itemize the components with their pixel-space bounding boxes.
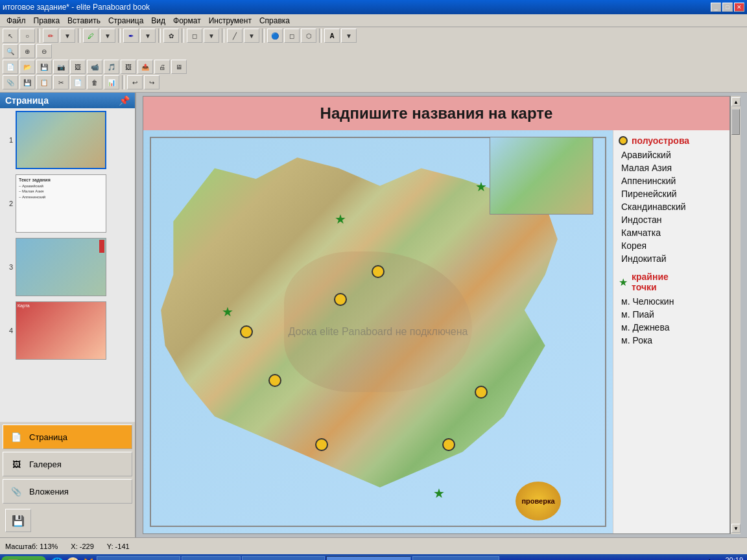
tool-zoom-minus[interactable]: ⊖	[36, 44, 52, 58]
item-kamchatka: Камчатка	[619, 226, 724, 239]
tool-zoom-in[interactable]: 🔍	[3, 44, 18, 58]
x-status: X: -229	[71, 542, 93, 550]
scroll-up-btn[interactable]: ▲	[731, 97, 741, 106]
tool-media[interactable]: 🖼	[70, 60, 86, 74]
scroll-thumb[interactable]	[731, 109, 740, 135]
tool-shape[interactable]: ✿	[163, 29, 179, 43]
sidebar-title: Страница	[5, 95, 49, 106]
tool-mic[interactable]: 🎵	[104, 60, 119, 74]
tool-pen[interactable]: ✏	[43, 29, 58, 43]
tray-icon-1[interactable]: 🌐	[50, 557, 64, 560]
tool-copy[interactable]: 📄	[70, 75, 86, 89]
slide-container: Надпишите названия на карте	[143, 96, 730, 534]
status-bar: Масштаб: 113% X: -229 Y: -141	[0, 537, 747, 554]
tool-r3[interactable]: 📋	[36, 75, 52, 89]
taskbar-item-0[interactable]: 🌍 география карти...	[97, 556, 181, 560]
nav-attachments-btn[interactable]: 📎 Вложения	[3, 479, 132, 504]
slide-body: Доска elite Panaboard не подключена ★	[143, 130, 729, 533]
tool-r4[interactable]: 📊	[104, 75, 119, 89]
tray-icon-3[interactable]: 🦊	[81, 557, 95, 560]
nav-gallery-btn[interactable]: 🖼 Галерея	[3, 452, 132, 476]
menu-edit[interactable]: Правка	[30, 16, 64, 26]
tool-line[interactable]: ╱	[227, 29, 243, 43]
nav-page-btn[interactable]: 📄 Страница	[3, 425, 132, 449]
main-area: Страница 📌 1 2 Текст задания – Аравийски…	[0, 93, 747, 537]
tool-geo[interactable]: ◻	[284, 29, 300, 43]
tool-text[interactable]: A	[324, 29, 340, 43]
attach-icon: 📎	[8, 484, 24, 499]
menu-help[interactable]: Справка	[255, 16, 294, 26]
tool-text-dropdown[interactable]: ▼	[341, 29, 357, 43]
tool-print[interactable]: 🖨	[154, 60, 170, 74]
tool-m-dropdown[interactable]: ▼	[140, 29, 156, 43]
menu-format[interactable]: Формат	[169, 16, 205, 26]
page-thumb-1[interactable]: 1	[3, 111, 132, 169]
tool-open[interactable]: 📂	[19, 60, 35, 74]
tool-stamp[interactable]: 🔵	[267, 29, 283, 43]
tool-pen-dropdown[interactable]: ▼	[60, 29, 75, 43]
taskbar-item-3[interactable]: W итоговое задание...	[326, 556, 412, 560]
tool-redo[interactable]: ↪	[144, 75, 160, 89]
sidebar: Страница 📌 1 2 Текст задания – Аравийски…	[0, 93, 136, 537]
tool-marker[interactable]: ✒	[123, 29, 139, 43]
item-chelyuskin: м. Челюскин	[619, 295, 724, 308]
page-thumbnail-3[interactable]	[16, 238, 106, 296]
star-1: ★	[222, 304, 233, 320]
tool-zoom-plus[interactable]: ⊕	[19, 44, 35, 58]
menu-bar: Файл Правка Вставить Страница Вид Формат…	[0, 14, 747, 27]
star-3: ★	[475, 179, 487, 194]
maximize-button[interactable]: □	[722, 3, 733, 12]
tool-del[interactable]: 🗑	[87, 75, 102, 89]
green-star-icon: ★	[619, 276, 628, 288]
sidebar-pin[interactable]: 📌	[119, 95, 130, 106]
page-thumbnail-2[interactable]: Текст задания – Аравийский– Малая Азия– …	[16, 174, 106, 233]
tool-cut[interactable]: ✂	[53, 75, 69, 89]
item-scandinavian: Скандинавский	[619, 200, 724, 213]
page-thumb-3[interactable]: 3	[3, 238, 132, 296]
tool-r2[interactable]: 💾	[19, 75, 35, 89]
peninsulas-label: полуострова	[632, 135, 689, 146]
minimize-button[interactable]: _	[711, 3, 721, 12]
tool-select[interactable]: ↖	[3, 29, 18, 43]
nav-gallery-label: Галерея	[29, 460, 62, 469]
tool-cam[interactable]: 📷	[53, 60, 69, 74]
menu-insert[interactable]: Вставить	[64, 16, 104, 26]
page-thumb-4[interactable]: 4 Карта	[3, 301, 132, 360]
tool-er-dropdown[interactable]: ▼	[204, 29, 219, 43]
menu-file[interactable]: Файл	[3, 16, 30, 26]
page-thumb-2[interactable]: 2 Текст задания – Аравийский– Малая Азия…	[3, 174, 132, 233]
page-thumbnail-4[interactable]: Карта	[16, 301, 106, 360]
tool-eraser[interactable]: ◻	[187, 29, 202, 43]
menu-view[interactable]: Вид	[147, 16, 169, 26]
tool-geo2[interactable]: ⬡	[301, 29, 316, 43]
system-tray: RU | 20:19 пятница	[688, 556, 746, 560]
tool-vid[interactable]: 📹	[87, 60, 102, 74]
tool-save[interactable]: 💾	[36, 60, 52, 74]
check-button[interactable]: проверка	[516, 482, 561, 520]
taskbar-item-4[interactable]: W pankrashkina_zh.a...	[412, 556, 499, 560]
slide-scrollbar-v[interactable]: ▲ ▼	[730, 96, 741, 534]
taskbar-item-1[interactable]: 📁 Downloads	[182, 556, 240, 560]
menu-page[interactable]: Страница	[104, 16, 147, 26]
page-thumbnail-1[interactable]	[16, 111, 106, 169]
tool-highlighter[interactable]: 🖊	[83, 29, 99, 43]
menu-tools[interactable]: Инструмент	[205, 16, 255, 26]
tool-r1[interactable]: 📎	[3, 75, 18, 89]
nav-attach-label: Вложения	[29, 487, 69, 496]
tool-screen[interactable]: 🖥	[171, 60, 187, 74]
slide-inner: Надпишите названия на карте	[143, 97, 729, 533]
tool-hl-dropdown[interactable]: ▼	[100, 29, 115, 43]
tool-new[interactable]: 📄	[3, 60, 18, 74]
scroll-down-btn[interactable]: ▼	[731, 524, 741, 533]
close-button[interactable]: ✕	[734, 3, 744, 12]
tool-ellipse[interactable]: ○	[19, 29, 35, 43]
tool-export[interactable]: 📤	[137, 60, 153, 74]
tool-undo[interactable]: ↩	[127, 75, 143, 89]
sidebar-save-button[interactable]: 💾	[5, 509, 31, 532]
tool-img2[interactable]: 🖼	[121, 60, 136, 74]
start-button[interactable]: 🪟 пуск	[1, 556, 46, 560]
tray-icon-2[interactable]: 🌕	[65, 557, 80, 560]
tool-ln-dropdown[interactable]: ▼	[244, 29, 259, 43]
taskbar-item-2[interactable]: W методические ре...	[242, 556, 325, 560]
sep6	[222, 29, 224, 43]
